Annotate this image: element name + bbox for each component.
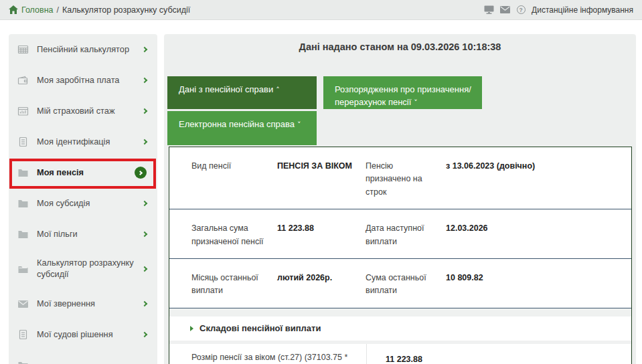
sidebar-item-my-subsidy[interactable]: Моя субсидія [9, 188, 157, 219]
breadcrumb: Головна / Калькулятор розрахунку субсиді… [9, 5, 190, 15]
field-label: Дата наступної виплати [366, 209, 446, 258]
sidebar-item-label: Мій страховий стаж [37, 106, 143, 117]
main-content: Дані надано станом на 09.03.2026 10:18:3… [164, 34, 636, 364]
folder-icon [17, 360, 29, 364]
tab-pension-case-data[interactable]: Дані з пенсійної справи˄ [167, 76, 317, 109]
breadcrumb-separator: / [57, 5, 59, 15]
chevron-right-icon [142, 266, 147, 272]
tab-electronic-pension-case[interactable]: Електронна пенсійна справа˅ [167, 111, 317, 145]
field-value: 10 809.82 [446, 259, 618, 308]
breadcrumb-home-label[interactable]: Головна [21, 5, 54, 15]
sidebar-item-label: Моя ідентифікація [37, 136, 143, 148]
field-value: з 13.06.2023 (довічно) [446, 147, 618, 209]
calendar-icon [17, 106, 29, 117]
component-row: Розмір пенсії за віком (ст.27) (37103.75… [169, 344, 631, 364]
sidebar-item-my-court-decisions[interactable]: Мої судові рішення [9, 319, 157, 350]
folder-open-icon [17, 264, 29, 275]
caret-down-icon: ˅ [297, 120, 301, 129]
document-icon [17, 329, 29, 341]
remote-info-link[interactable]: Дистанційне інформування [532, 5, 633, 15]
tab-label: Дані з пенсійної справи [179, 84, 273, 94]
chevron-right-icon [142, 108, 147, 114]
chevron-right-icon [142, 332, 147, 337]
sidebar-item-label: Моя заробітна плата [37, 75, 143, 86]
envelope-icon [17, 298, 29, 310]
sidebar-item-label: Мої судові рішення [37, 329, 143, 341]
sidebar-item-label: Мої звернення [37, 298, 143, 310]
sidebar-item-label: Моя субсидія [37, 198, 143, 209]
field-label: Загальна сума призначеної пенсії [191, 209, 277, 258]
table-row: Місяць останньої виплати лютий 2026р. Су… [169, 259, 631, 308]
chevron-right-icon [142, 47, 147, 52]
sidebar-item-pension-calculator[interactable]: Пенсійний калькулятор [9, 34, 157, 65]
breadcrumb-current: Калькулятор розрахунку субсидії [62, 5, 190, 15]
mail-icon[interactable] [499, 5, 510, 15]
breadcrumb-home-link[interactable]: Головна [9, 5, 54, 15]
field-value: ПЕНСІЯ ЗА ВІКОМ [277, 147, 366, 209]
chevron-right-icon [142, 232, 147, 237]
table-row: Вид пенсії ПЕНСІЯ ЗА ВІКОМ Пенсію призна… [169, 147, 631, 209]
document-icon [17, 136, 29, 148]
chevron-right-icon [142, 78, 147, 83]
tab-label: Розпорядження про призначення/ перерахун… [335, 84, 471, 107]
sidebar-menu: Пенсійний калькулятор Моя заробітна плат… [9, 34, 157, 364]
components-section-toggle[interactable]: Складові пенсійної виплати [169, 316, 631, 341]
folder-icon [17, 198, 29, 209]
tab-assignment-orders[interactable]: Розпорядження про призначення/ перерахун… [323, 76, 482, 109]
wallet-icon [17, 75, 29, 86]
tab-label: Електронна пенсійна справа [179, 119, 295, 129]
sidebar-item-cutoff[interactable] [9, 350, 157, 364]
folder-icon [17, 167, 29, 179]
sidebar-item-my-benefits[interactable]: Мої пільги [9, 219, 157, 250]
caret-down-icon: ˅ [414, 98, 418, 107]
chevron-right-icon [142, 301, 147, 306]
field-value: 11 223.88 [277, 209, 366, 258]
triangle-right-icon [190, 326, 193, 331]
field-value: лютий 2026р. [277, 259, 366, 308]
sidebar-item-my-identification[interactable]: Моя ідентифікація [9, 126, 157, 157]
pension-info-card: Вид пенсії ПЕНСІЯ ЗА ВІКОМ Пенсію призна… [169, 147, 632, 364]
sidebar-item-label: Мої пільги [37, 229, 143, 240]
monitor-icon[interactable] [483, 5, 494, 15]
chevron-circle-icon [135, 167, 147, 179]
field-label: Пенсію призначено на строк [366, 147, 446, 209]
caret-up-icon: ˄ [276, 86, 280, 94]
top-bar: Головна / Калькулятор розрахунку субсиді… [0, 0, 642, 20]
tabs: Дані з пенсійної справи˄ Розпорядження п… [167, 76, 633, 147]
sidebar-item-subsidy-calculator[interactable]: Калькулятор розрахунку субсидії [9, 250, 157, 288]
sidebar-item-label: Калькулятор розрахунку субсидії [37, 258, 143, 280]
help-icon[interactable]: ? [515, 5, 526, 15]
field-label: Місяць останньої виплати [191, 259, 277, 308]
field-value: 12.03.2026 [446, 209, 618, 258]
data-timestamp-title: Дані надано станом на 09.03.2026 10:18:3… [164, 41, 636, 52]
calculator-icon [17, 44, 29, 56]
field-label: Сума останньої виплати [366, 259, 446, 308]
home-icon [9, 5, 18, 14]
component-label: Розмір пенсії за віком (ст.27) (37103.75… [169, 344, 367, 364]
sidebar-item-my-pension[interactable]: Моя пенсія [9, 157, 157, 188]
component-value: 11 223.88 [367, 344, 422, 364]
sidebar-item-label: Пенсійний калькулятор [37, 44, 143, 56]
sidebar-item-label: Моя пенсія [37, 167, 135, 179]
table-row: Загальна сума призначеної пенсії 11 223.… [169, 209, 631, 259]
chevron-right-icon [142, 201, 147, 206]
field-label: Вид пенсії [191, 147, 277, 209]
folder-icon [17, 229, 29, 240]
sidebar-item-my-salary[interactable]: Моя заробітна плата [9, 65, 157, 96]
components-section-title: Складові пенсійної виплати [199, 323, 321, 333]
sidebar-item-my-insurance-record[interactable]: Мій страховий стаж [9, 96, 157, 126]
section-divider [169, 308, 631, 316]
sidebar-item-my-appeals[interactable]: Мої звернення [9, 288, 157, 319]
chevron-right-icon [142, 139, 147, 145]
